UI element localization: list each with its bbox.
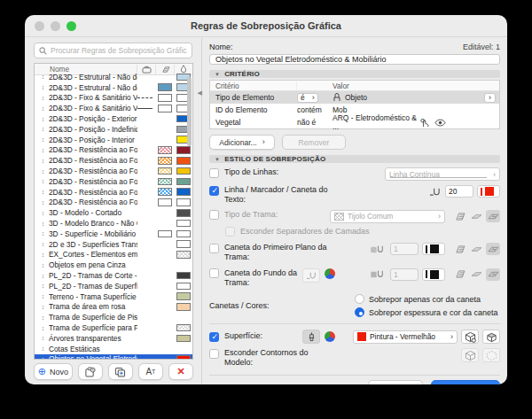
list-item[interactable]: ↕EX_Cortes - Elementos em vista Ci... (35, 250, 192, 260)
background-pen-number-input[interactable] (390, 268, 419, 281)
reorder-handle-icon[interactable]: ↕ (37, 84, 49, 90)
drafting-fill-icon[interactable] (486, 243, 500, 255)
rename-rule-button[interactable]: AT (138, 363, 163, 380)
list-item[interactable]: ↕Trama de Superfície para Piso de P... (35, 322, 192, 333)
list-item[interactable]: ↕Cotas Estáticas (35, 344, 192, 354)
criteria-row-element-type[interactable]: Tipo de Elemento é› Objeto › (210, 91, 499, 104)
surface-fill-icon[interactable] (469, 210, 483, 222)
list-item[interactable]: ↕Objetos em pena Cinza (35, 260, 192, 270)
reorder-handle-icon[interactable]: ↕ (37, 241, 49, 247)
fill-foreground-pen-checkbox[interactable] (209, 244, 219, 253)
list-item[interactable]: ↕2D&3D - Estrutural - Não definido... (35, 82, 192, 93)
pen-color-swatch[interactable] (477, 185, 500, 198)
reorder-handle-icon[interactable]: ↕ (37, 168, 49, 175)
list-item[interactable]: ↕Trama de Superfície de Piso Clara (35, 312, 192, 322)
override-pen-weight-and-color-radio[interactable]: Sobrepor espessura e cor da caneta (355, 307, 500, 317)
paint-all-surfaces-button[interactable] (461, 330, 479, 344)
contours-option-button[interactable] (482, 348, 500, 362)
reorder-handle-icon[interactable]: ↕ (37, 158, 49, 164)
remove-criterion-button[interactable]: Remover (282, 135, 346, 150)
list-item[interactable]: ↕2D&3D - Fixo & Sanitário Vazados (35, 103, 192, 113)
reorder-handle-icon[interactable]: ↕ (37, 304, 49, 310)
list-scrollbar[interactable] (187, 77, 192, 146)
list-item[interactable]: ↕Trama de área em rosa (35, 302, 192, 313)
line-type-checkbox[interactable] (209, 168, 219, 178)
list-item[interactable]: ↕2D&3D - Resistência ao Fogo - 60... (35, 155, 192, 166)
rule-name-field[interactable]: Objetos no Vegetal Eletrodoméstico & Mob… (209, 54, 500, 65)
surface-dropdown[interactable]: Pintura - Vermelhão › (353, 330, 458, 344)
list-item[interactable]: ↕2D&3D - Resistência ao Fogo - 90... (35, 166, 192, 176)
fill-type-checkbox[interactable] (209, 210, 219, 220)
foreground-pen-number-input[interactable] (390, 243, 419, 255)
contours-option-button[interactable] (461, 348, 479, 362)
surface-paint-button[interactable] (302, 330, 320, 344)
color-wheel-icon[interactable] (325, 331, 335, 342)
search-field[interactable] (34, 43, 192, 58)
reorder-handle-icon[interactable]: ↕ (37, 210, 49, 216)
fill-column-icon[interactable] (155, 65, 174, 74)
reorder-handle-icon[interactable]: ↕ (37, 314, 49, 321)
list-item[interactable]: ↕2D&3D - Resistência ao Fogo - Nã... (35, 198, 192, 208)
reorder-handle-icon[interactable]: ↕ (37, 105, 49, 112)
surface-fill-icon[interactable] (469, 243, 483, 255)
list-item[interactable]: ↕2D e 3D - Superfícies Transparentes (35, 239, 192, 250)
reorder-handle-icon[interactable]: ↕ (37, 283, 49, 289)
hide-layer-separators-checkbox[interactable] (225, 227, 235, 237)
reorder-handle-icon[interactable]: ↕ (37, 335, 49, 341)
value-picker-button[interactable]: › (484, 93, 496, 103)
surface-checkbox[interactable] (209, 332, 219, 342)
delete-rule-button[interactable]: ✕ (168, 363, 193, 380)
list-item[interactable]: ↕2D&3D - Resistência ao Fogo - 30... (35, 145, 192, 156)
reorder-handle-icon[interactable]: ↕ (37, 126, 49, 132)
list-item[interactable]: ↕2D&3D - Posição - Interior (35, 135, 192, 145)
background-pen-color-swatch[interactable] (422, 268, 445, 281)
reorder-handle-icon[interactable]: ↕ (37, 273, 49, 279)
collapse-sidebar-icon[interactable]: ◀ (198, 89, 202, 97)
reorder-handle-icon[interactable]: ↕ (37, 189, 49, 195)
reorder-handle-icon[interactable]: ↕ (37, 293, 49, 299)
list-item[interactable]: ↕3D - Modelo - Cortado (35, 207, 192, 218)
reorder-handle-icon[interactable]: ↕ (37, 147, 49, 153)
import-rule-button[interactable] (78, 363, 103, 380)
reorder-handle-icon[interactable]: ↕ (37, 116, 49, 122)
cut-fill-icon[interactable] (452, 268, 466, 281)
list-item[interactable]: ↕2D&3D - Resistência ao Fogo - 18... (35, 187, 192, 198)
override-pen-color-only-radio[interactable]: Sobrepor apenas cor da caneta (355, 294, 500, 304)
cut-fill-icon[interactable] (452, 210, 466, 222)
list-item[interactable]: ↕2D&3D - Fixo & Sanitário Vazado e... (35, 93, 192, 104)
drafting-fill-icon[interactable] (486, 268, 500, 281)
reorder-handle-icon[interactable]: ↕ (37, 136, 49, 143)
reorder-handle-icon[interactable]: ↕ (37, 74, 49, 80)
reorder-handle-icon[interactable]: ↕ (37, 356, 49, 360)
duplicate-rule-button[interactable] (108, 363, 133, 380)
criteria-row-layer[interactable]: Vegetal não é ARQ - Eletrodoméstico & ..… (210, 116, 499, 128)
list-item[interactable]: ↕PL_2D - Tramas de Corte - Cinza... (35, 270, 192, 281)
drafting-fill-icon[interactable] (486, 210, 500, 222)
line-marker-pen-checkbox[interactable] (209, 186, 219, 196)
fill-background-pen-checkbox[interactable] (209, 268, 219, 278)
reorder-handle-icon[interactable]: ↕ (37, 325, 49, 331)
reorder-handle-icon[interactable]: ↕ (37, 199, 49, 206)
list-item[interactable]: ↕2D&3D - Posição - Exterior (35, 113, 192, 124)
foreground-pen-color-swatch[interactable] (422, 243, 445, 255)
add-criterion-button[interactable]: Adicionar... › (209, 135, 275, 150)
criteria-section-header[interactable]: ▼ CRITÉRIO (209, 70, 500, 78)
fill-type-dropdown[interactable]: Tijolo Comum › (330, 210, 445, 223)
operator-dropdown[interactable]: é› (297, 93, 318, 103)
reorder-handle-icon[interactable]: ↕ (37, 252, 49, 258)
list-item[interactable]: ↕2D&3D - Posição - Indefinida (35, 124, 192, 135)
list-item[interactable]: ↕Terreno - Trama Superfície Verde... (35, 291, 192, 302)
background-pen-button[interactable] (302, 268, 320, 283)
hide-model-contours-checkbox[interactable] (209, 349, 219, 359)
cancel-button[interactable]: Cancelar (368, 380, 423, 385)
search-input[interactable] (51, 46, 187, 55)
cut-fill-icon[interactable] (452, 243, 466, 255)
reorder-handle-icon[interactable]: ↕ (37, 221, 49, 227)
surface-fill-icon[interactable] (469, 268, 483, 281)
reorder-handle-icon[interactable]: ↕ (37, 262, 49, 268)
reorder-handle-icon[interactable]: ↕ (37, 95, 49, 101)
reorder-handle-icon[interactable]: ↕ (37, 178, 49, 184)
line-type-dropdown[interactable]: Linha Contínua › (385, 167, 500, 181)
override-style-section-header[interactable]: ▼ ESTILO DE SOBREPOSIÇÃO (209, 155, 500, 163)
new-rule-button[interactable]: ⊕ Novo (34, 363, 73, 380)
